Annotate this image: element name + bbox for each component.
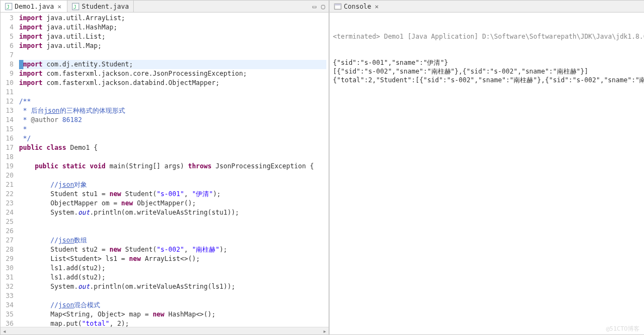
terminated-line: <terminated> Demo1 [Java Application] D:…	[333, 32, 644, 41]
console-panel: Console ✕ ✖✖📌▤🔒▣▢🧹⇅▭▢ <terminated> Demo1…	[329, 0, 644, 335]
code-line[interactable]: Map<String, Object> map = new HashMap<>(…	[19, 310, 326, 319]
code-line[interactable]: ls1.add(stu2);	[19, 273, 326, 282]
code-line[interactable]: ObjectMapper om = new ObjectMapper();	[19, 199, 326, 208]
console-line: [{"sid":"s-002","sname":"南柱赫"},{"sid":"s…	[333, 67, 644, 76]
code-line[interactable]: */	[19, 134, 326, 143]
svg-text:J: J	[73, 4, 76, 10]
code-line[interactable]: //json数组	[19, 236, 326, 245]
maximize-icon[interactable]: ▢	[320, 3, 326, 10]
console-title: Console	[344, 3, 371, 10]
line-gutter: 3456789101112131415161718192021222324252…	[1, 13, 17, 327]
code-line[interactable]: import java.util.List;	[19, 32, 326, 41]
svg-text:J: J	[7, 4, 9, 10]
code-line[interactable]: public static void main(String[] args) t…	[19, 162, 326, 171]
scroll-right-icon[interactable]: ▸	[321, 327, 329, 335]
console-line: {"sid":"s-001","sname":"伊清"}	[333, 58, 644, 67]
tab-student[interactable]: J Student.java	[67, 1, 134, 12]
console-line: {"total":2,"Student":[{"sid":"s-002","sn…	[333, 76, 644, 84]
code-line[interactable]: *	[19, 125, 326, 134]
code-line[interactable]: import com.dj.entity.Student;	[19, 60, 326, 69]
code-line[interactable]	[19, 88, 326, 97]
tab-label: Demo1.java	[15, 3, 54, 10]
tab-label: Student.java	[82, 3, 129, 10]
code-line[interactable]	[19, 227, 326, 236]
java-file-icon: J	[72, 3, 79, 10]
java-file-icon: J	[5, 3, 13, 10]
code-line[interactable]: import java.util.ArrayList;	[19, 14, 326, 23]
console-tabs: Console ✕ ✖✖📌▤🔒▣▢🧹⇅▭▢	[330, 1, 644, 13]
code-line[interactable]: import java.util.HashMap;	[19, 23, 326, 32]
close-icon[interactable]: ✕	[56, 3, 63, 10]
console-tab[interactable]: Console ✕	[330, 2, 385, 11]
code-line[interactable]: import com.fasterxml.jackson.core.JsonPr…	[19, 69, 326, 78]
code-line[interactable]: System.out.println(om.writeValueAsString…	[19, 208, 326, 217]
tab-demo1[interactable]: J Demo1.java ✕	[1, 1, 67, 12]
code-line[interactable]: /**	[19, 97, 326, 106]
code-line[interactable]	[19, 153, 326, 162]
svg-rect-5	[335, 4, 341, 5]
code-line[interactable]: public class Demo1 {	[19, 143, 326, 153]
code-line[interactable]: import com.fasterxml.jackson.databind.Ob…	[19, 78, 326, 88]
horizontal-scrollbar[interactable]: ◂ ▸	[1, 327, 329, 334]
console-icon	[334, 3, 342, 10]
code-line[interactable]	[19, 217, 326, 227]
code-line[interactable]: ls1.add(stu2);	[19, 264, 326, 273]
code-line[interactable]: System.out.println(om.writeValueAsString…	[19, 282, 326, 291]
code-area[interactable]: 3456789101112131415161718192021222324252…	[1, 13, 329, 327]
code-line[interactable]: Student stu1 = new Student("s-001", "伊清"…	[19, 190, 326, 199]
code-line[interactable]: import java.util.Map;	[19, 41, 326, 51]
code-line[interactable]: * 后台json的三种格式的体现形式	[19, 106, 326, 115]
minimize-icon[interactable]: ▭	[311, 3, 318, 10]
code-line[interactable]	[19, 51, 326, 60]
code-line[interactable]: //json对象	[19, 180, 326, 190]
code-line[interactable]	[19, 291, 326, 301]
code-line[interactable]: * @author 86182	[19, 115, 326, 125]
code-line[interactable]: List<Student> ls1 = new ArrayList<>();	[19, 254, 326, 264]
editor-tabs: J Demo1.java ✕ J Student.java ▭ ▢	[1, 1, 329, 13]
code-content[interactable]: import java.util.ArrayList;import java.u…	[17, 13, 329, 327]
code-line[interactable]: map.put("total", 2);	[19, 319, 326, 327]
code-line[interactable]	[19, 171, 326, 180]
console-output[interactable]: <terminated> Demo1 [Java Application] D:…	[330, 13, 644, 334]
scroll-left-icon[interactable]: ◂	[1, 327, 8, 335]
editor-panel: J Demo1.java ✕ J Student.java ▭ ▢ 345678…	[0, 0, 329, 335]
code-line[interactable]: //json混合模式	[19, 301, 326, 310]
code-line[interactable]: Student stu2 = new Student("s-002", "南柱赫…	[19, 245, 326, 254]
close-icon[interactable]: ✕	[374, 3, 380, 10]
